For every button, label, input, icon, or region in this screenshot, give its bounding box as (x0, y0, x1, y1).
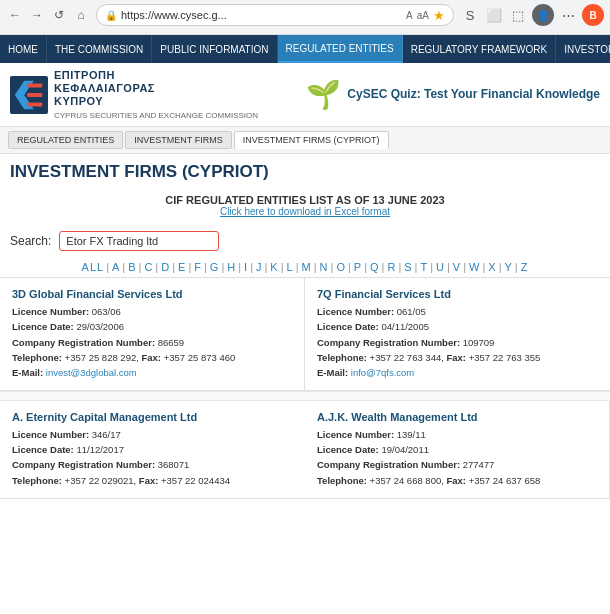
logo-line3: ΚΥΠΡΟΥ (54, 95, 258, 108)
more-button[interactable]: ⋯ (558, 5, 578, 25)
cif-header: CIF REGULATED ENTITIES LIST AS OF 13 JUN… (0, 186, 610, 225)
alpha-a[interactable]: A (112, 261, 120, 273)
profile-button[interactable]: 👤 (532, 4, 554, 26)
company-reg-value-1: 109709 (463, 337, 495, 348)
svg-rect-2 (27, 83, 42, 87)
alpha-m[interactable]: M (302, 261, 312, 273)
address-bar[interactable]: 🔒 https://www.cysec.g... A aA ★ (96, 4, 454, 26)
alpha-x[interactable]: X (488, 261, 496, 273)
alphabet-filter: ALL|A|B|C|D|E|F|G|H|I|J|K|L|M|N|O|P|Q|R|… (0, 257, 610, 277)
company-reg-label: Company Registration Number: (12, 337, 158, 348)
licence-number-label: Licence Number: (12, 306, 92, 317)
main-navigation: HOME THE COMMISSION PUBLIC INFORMATION R… (0, 35, 610, 63)
cast-button[interactable]: ⬜ (484, 5, 504, 25)
alpha-w[interactable]: W (469, 261, 480, 273)
forward-button[interactable]: → (28, 6, 46, 24)
nav-public-info[interactable]: PUBLIC INFORMATION (152, 35, 277, 63)
telephone-label-3: Telephone: (317, 475, 370, 486)
cif-title: CIF REGULATED ENTITIES LIST AS OF 13 JUN… (8, 194, 602, 206)
alpha-o[interactable]: O (336, 261, 346, 273)
alpha-l[interactable]: L (287, 261, 294, 273)
page-title: INVESTMENT FIRMS (CYPRIOT) (0, 154, 610, 186)
logo-line1: ΕΠΙΤΡΟΠΗ (54, 69, 258, 82)
alpha-c[interactable]: C (144, 261, 153, 273)
refresh-button[interactable]: ↺ (50, 6, 68, 24)
alpha-f[interactable]: F (194, 261, 202, 273)
alpha-n[interactable]: N (320, 261, 329, 273)
quiz-area[interactable]: 🌱 CySEC Quiz: Test Your Financial Knowle… (306, 78, 600, 111)
licence-number-label-2: Licence Number: (12, 429, 92, 440)
home-button[interactable]: ⌂ (72, 6, 90, 24)
fax-label-2: Fax: (139, 475, 161, 486)
breadcrumb-investment-firms-cypriot[interactable]: INVESTMENT FIRMS (CYPRIOT) (234, 131, 389, 149)
company-name-3[interactable]: A.J.K. Wealth Management Ltd (317, 411, 597, 423)
alpha-t[interactable]: T (420, 261, 428, 273)
star-icon[interactable]: ★ (433, 8, 445, 23)
search-input[interactable] (59, 231, 219, 251)
breadcrumb: REGULATED ENTITIES INVESTMENT FIRMS INVE… (0, 127, 610, 154)
logo-line2: ΚΕΦΑΛΑΙΑΓΟΡΑΣ (54, 82, 258, 95)
company-card-3: A.J.K. Wealth Management Ltd Licence Num… (305, 401, 610, 499)
company-name-1[interactable]: 7Q Financial Services Ltd (317, 288, 598, 300)
email-label-1: E-Mail: (317, 367, 351, 378)
nav-regulated-entities[interactable]: REGULATED ENTITIES (278, 35, 403, 63)
company-card-1: 7Q Financial Services Ltd Licence Number… (305, 278, 610, 391)
alpha-z[interactable]: Z (521, 261, 529, 273)
company-card-0: 3D Global Financial Services Ltd Licence… (0, 278, 305, 391)
company-name-2[interactable]: A. Eternity Capital Management Ltd (12, 411, 293, 423)
lock-icon: 🔒 (105, 10, 117, 21)
alpha-e[interactable]: E (178, 261, 186, 273)
extension-s-button[interactable]: S (460, 5, 480, 25)
licence-number-label-3: Licence Number: (317, 429, 397, 440)
alpha-g[interactable]: G (210, 261, 220, 273)
alpha-q[interactable]: Q (370, 261, 380, 273)
alpha-p[interactable]: P (354, 261, 362, 273)
telephone-label-2: Telephone: (12, 475, 65, 486)
telephone-value-3: +357 24 668 800 (370, 475, 442, 486)
fax-value-2: +357 22 024434 (161, 475, 230, 486)
logo-text: ΕΠΙΤΡΟΠΗ ΚΕΦΑΛΑΙΑΓΟΡΑΣ ΚΥΠΡΟΥ CYPRUS SEC… (54, 69, 258, 120)
reader-icon: aA (417, 10, 429, 21)
alpha-h[interactable]: H (227, 261, 236, 273)
alpha-y[interactable]: Y (505, 261, 513, 273)
company-reg-label-3: Company Registration Number: (317, 459, 463, 470)
alpha-s[interactable]: S (404, 261, 412, 273)
alpha-j[interactable]: J (256, 261, 263, 273)
svg-rect-3 (27, 93, 42, 97)
licence-date-value-0: 29/03/2006 (76, 321, 124, 332)
alpha-b[interactable]: B (128, 261, 136, 273)
site-header: ΕΠΙΤΡΟΠΗ ΚΕΦΑΛΑΙΑΓΟΡΑΣ ΚΥΠΡΟΥ CYPRUS SEC… (0, 63, 610, 127)
alpha-i[interactable]: I (244, 261, 248, 273)
back-button[interactable]: ← (6, 6, 24, 24)
company-reg-value-2: 368071 (158, 459, 190, 470)
licence-date-value-3: 19/04/2011 (381, 444, 429, 455)
nav-commission[interactable]: THE COMMISSION (47, 35, 152, 63)
nav-regulatory-framework[interactable]: REGULATORY FRAMEWORK (403, 35, 557, 63)
nav-home[interactable]: HOME (0, 35, 47, 63)
fax-label-1: Fax: (446, 352, 468, 363)
licence-date-label-2: Licence Date: (12, 444, 76, 455)
alpha-u[interactable]: U (436, 261, 445, 273)
brave-button[interactable]: B (582, 4, 604, 26)
alpha-r[interactable]: R (387, 261, 396, 273)
alpha-all[interactable]: ALL (82, 261, 105, 273)
cif-download-link[interactable]: Click here to download in Excel format (8, 206, 602, 217)
logo-area: ΕΠΙΤΡΟΠΗ ΚΕΦΑΛΑΙΑΓΟΡΑΣ ΚΥΠΡΟΥ CYPRUS SEC… (10, 69, 296, 120)
url-text: https://www.cysec.g... (121, 9, 402, 21)
breadcrumb-regulated-entities[interactable]: REGULATED ENTITIES (8, 131, 123, 149)
alpha-d[interactable]: D (161, 261, 170, 273)
breadcrumb-investment-firms[interactable]: INVESTMENT FIRMS (125, 131, 231, 149)
search-label: Search: (10, 234, 51, 248)
alpha-k[interactable]: K (270, 261, 278, 273)
email-value-0: invest@3dglobal.com (46, 367, 137, 378)
nav-investor-protection[interactable]: INVESTOR PROTECTION (556, 35, 610, 63)
browser-toolbar: S ⬜ ⬚ 👤 ⋯ B (460, 4, 604, 26)
fax-label: Fax: (141, 352, 163, 363)
licence-number-value-3: 139/11 (397, 429, 426, 440)
alpha-v[interactable]: V (453, 261, 461, 273)
svg-rect-4 (27, 102, 42, 106)
company-card-2: A. Eternity Capital Management Ltd Licen… (0, 401, 305, 499)
company-name-0[interactable]: 3D Global Financial Services Ltd (12, 288, 292, 300)
email-label: E-Mail: (12, 367, 46, 378)
tab-button[interactable]: ⬚ (508, 5, 528, 25)
